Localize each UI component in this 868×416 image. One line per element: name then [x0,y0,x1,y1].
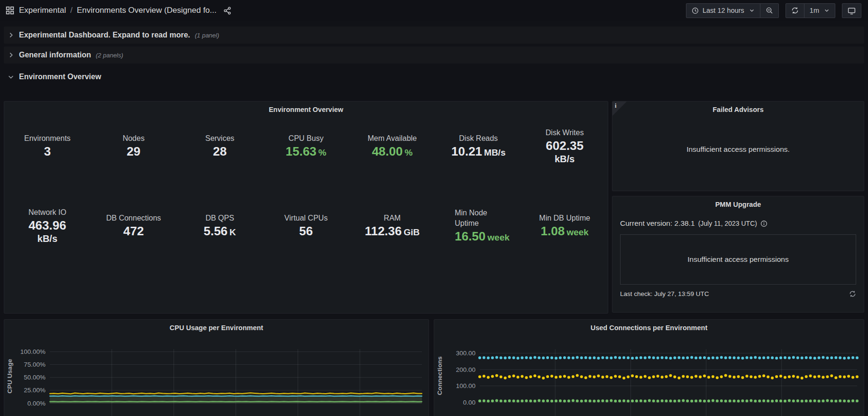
apps-grid-icon[interactable] [6,6,14,15]
clock-icon [692,7,699,14]
stat-label: CPU Busy [286,133,327,144]
panel-failed-advisors: i Failed Advisors Insufficient access pe… [612,101,864,191]
stat-db-qps: DB QPS5.56K [177,198,263,253]
chevron-down-icon [749,8,755,13]
zoom-out-button[interactable] [760,4,778,18]
view-mode-group [842,3,861,18]
series-env-yellow [478,374,859,380]
stat-label: Mem Available [367,133,417,144]
row-panel-count: (1 panel) [195,32,219,39]
time-range-label: Last 12 hours [703,7,744,14]
panel-pmm-upgrade: PMM Upgrade Current version: 2.38.1 (Jul… [612,196,864,313]
time-range-button[interactable]: Last 12 hours [686,4,760,18]
panel-title[interactable]: Failed Advisors [612,102,864,118]
y-tick-label: 0.00 [463,399,475,406]
stat-mem-available: Mem Available48.00% [349,119,435,174]
refresh-icon[interactable] [849,290,856,297]
stat-value: 472 [106,224,161,239]
stat-value: 112.36GiB [365,224,420,239]
used-connections-chart[interactable]: 0.00100.00200.00300.00Connections [434,336,864,416]
pmm-upgrade-message: Insufficient access permissions [687,255,788,264]
stat-value: 5.56K [203,224,236,239]
refresh-interval-label: 1m [810,7,819,14]
chevron-down-icon [824,8,830,13]
stats-row-2: Network IO463.96kB/sDB Connections472DB … [4,198,608,253]
stat-unit: % [404,148,412,157]
stat-unit: week [487,232,509,242]
row-experimental-dashboard[interactable]: Experimental Dashboard. Expand to read m… [4,27,864,44]
stat-value: 1.08week [539,224,590,239]
stat-value: 10.21MB/s [451,145,505,159]
stat-value: 3 [24,145,71,159]
row-title: Experimental Dashboard. Expand to read m… [19,31,190,39]
stat-virtual-cpus: Virtual CPUs56 [263,198,349,253]
panel-environment-overview: Environment Overview Environments3Nodes2… [4,101,608,314]
stat-label: Nodes [123,133,145,144]
y-tick-label: 25.00% [24,387,46,394]
cpu-usage-chart[interactable]: 0.00%25.00%50.00%75.00%100.00%CPU Usage [4,336,429,416]
stat-services: Services28 [177,119,263,174]
share-icon[interactable] [223,7,231,15]
breadcrumb: Experimental / Environments Overview (De… [19,6,217,15]
pmm-current-version: Current version: 2.38.1 [620,219,695,228]
row-general-information[interactable]: General information (2 panels) [4,46,864,64]
stat-unit: week [566,227,588,237]
y-tick-label: 50.00% [24,374,46,381]
y-axis-label: CPU Usage [6,359,13,393]
row-title: General information [19,51,91,59]
grid [480,349,857,416]
panel-title[interactable]: PMM Upgrade [612,196,864,213]
y-tick-label: 300.00 [456,350,475,357]
chevron-down-icon [8,74,14,80]
stat-label: Min Node Uptime [455,208,502,228]
stat-unit: K [229,227,236,237]
stat-value: 15.63% [286,145,327,159]
stat-label: DB QPS [203,213,236,223]
stat-value: 28 [205,145,234,159]
panel-used-connections-per-environment: Used Connections per Environment 0.00100… [434,319,864,416]
chevron-right-icon [8,32,14,38]
row-title: Environment Overview [19,73,101,81]
panel-title[interactable]: Used Connections per Environment [434,320,864,336]
stat-label: RAM [365,213,420,223]
panel-title[interactable]: CPU Usage per Environment [4,320,429,336]
top-navbar: Experimental / Environments Overview (De… [0,0,868,21]
stat-label: Min DB Uptime [539,213,590,223]
pmm-last-check: Last check: July 27, 13:59 UTC [620,290,709,297]
dashboard-title[interactable]: Environments Overview (Designed fo... [77,6,217,15]
panel-title[interactable]: Environment Overview [4,102,608,118]
stat-label: Disk Reads [451,133,505,144]
stat-label: Environments [24,133,71,144]
row-panel-count: (2 panels) [96,52,123,59]
stat-environments: Environments3 [4,119,91,174]
tv-mode-button[interactable] [842,4,861,18]
stat-value: 48.00% [367,145,417,159]
stat-label: Network IO [28,207,66,218]
y-tick-label: 0.00% [27,400,46,407]
refresh-picker-group: 1m [786,3,835,18]
series-env-green [50,402,422,404]
refresh-button[interactable] [786,4,804,18]
y-axis-label: Connections [436,356,443,395]
panel-cpu-usage-per-environment: CPU Usage per Environment 0.00%25.00%50.… [4,319,429,416]
failed-advisors-message: Insufficient access permissions. [612,145,864,154]
info-circle-icon[interactable] [760,220,767,227]
stat-value: 56 [284,224,328,239]
y-tick-label: 100.00% [20,348,46,355]
stat-unit: kB/s [28,233,66,244]
breadcrumb-folder[interactable]: Experimental [19,6,66,15]
row-environment-overview[interactable]: Environment Overview [4,68,864,85]
stat-value: 29 [123,145,145,159]
stat-cpu-busy: CPU Busy15.63% [263,119,349,174]
series-env-cyan [478,356,859,360]
stats-row-1: Environments3Nodes29Services28CPU Busy15… [4,119,608,174]
stat-label: Virtual CPUs [284,213,328,223]
refresh-interval-button[interactable]: 1m [804,4,835,18]
stat-value: 602.35 [546,139,584,153]
chevron-right-icon [8,52,14,58]
pmm-version-date: (July 11, 2023 UTC) [698,220,757,227]
stat-min-db-uptime: Min DB Uptime1.08week [521,198,608,253]
time-picker-group: Last 12 hours [686,3,779,18]
stat-network-io: Network IO463.96kB/s [4,198,91,253]
stat-label: Services [205,133,234,144]
